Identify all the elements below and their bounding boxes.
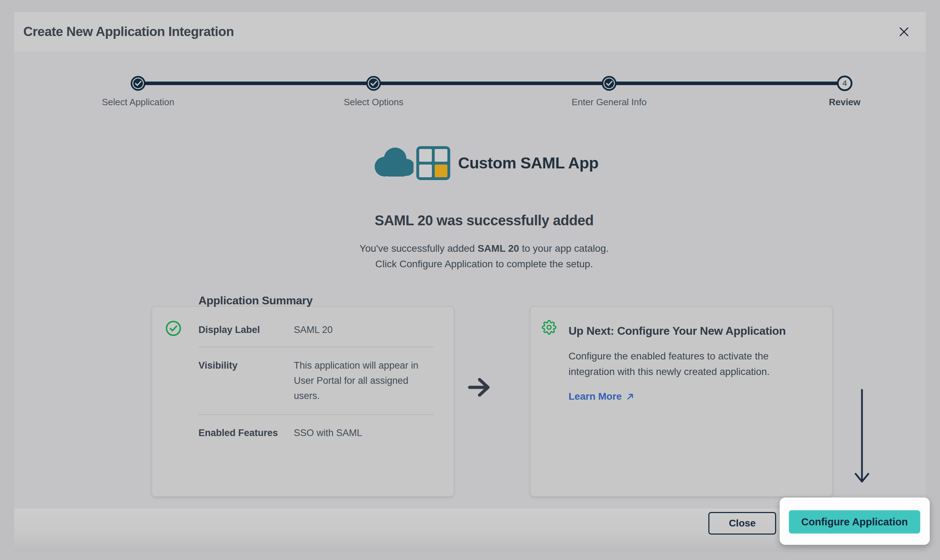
summary-row-display-label: Display Label SAML 20 — [198, 322, 434, 347]
close-button[interactable]: Close — [708, 512, 776, 535]
app-logo-text: Custom SAML App — [458, 154, 598, 172]
learn-more-label: Learn More — [569, 391, 622, 402]
success-heading: SAML 20 was successfully added — [14, 212, 940, 228]
tour-spotlight: Configure Application — [780, 497, 930, 545]
step-4-number: 4 — [843, 79, 847, 88]
step-label-enter-general-info: Enter General Info — [538, 97, 680, 108]
row-value: SAML 20 — [294, 322, 434, 338]
success-check-icon — [165, 320, 182, 337]
next-card-title: Up Next: Configure Your New Application — [569, 323, 788, 338]
row-label: Enabled Features — [198, 426, 294, 441]
success-subtext: You've successfully added SAML 20 to you… — [14, 241, 940, 272]
summary-row-visibility: Visibility This application will appear … — [198, 347, 434, 414]
success-line2: Click Configure Application to complete … — [375, 258, 593, 269]
up-next-card: Up Next: Configure Your New Application … — [530, 306, 833, 497]
app-logo: Custom SAML App — [14, 146, 940, 181]
summary-card-title: Application Summary — [198, 293, 434, 308]
grid-accent-cell — [435, 165, 448, 177]
success-line1-prefix: You've successfully added — [360, 243, 477, 254]
step-label-select-options: Select Options — [303, 97, 444, 108]
learn-more-link[interactable]: Learn More — [569, 391, 635, 402]
modal-header: Create New Application Integration — [14, 12, 926, 52]
step-1-check-circle-icon — [130, 75, 146, 91]
arrow-right-icon — [468, 376, 491, 400]
application-summary-card: Application Summary Display Label SAML 2… — [151, 306, 454, 497]
grid-icon — [416, 146, 450, 180]
row-label: Display Label — [198, 322, 294, 338]
step-label-review: Review — [774, 97, 915, 108]
arrow-down-icon — [854, 389, 870, 490]
gear-icon — [542, 320, 557, 335]
close-icon[interactable] — [896, 24, 912, 40]
step-4-number-circle: 4 — [837, 75, 852, 91]
next-card-body: Configure the enabled features to activa… — [569, 349, 807, 380]
row-value: SSO with SAML — [294, 426, 434, 441]
external-link-icon — [626, 392, 635, 401]
summary-row-enabled-features: Enabled Features SSO with SAML — [198, 414, 434, 441]
x-icon — [898, 26, 910, 38]
step-2-check-circle-icon — [366, 75, 382, 91]
success-line1-suffix: to your app catalog. — [519, 243, 609, 254]
row-value: This application will appear in User Por… — [294, 358, 434, 403]
step-label-select-application: Select Application — [68, 97, 209, 108]
configure-application-button[interactable]: Configure Application — [789, 510, 920, 534]
row-label: Visibility — [198, 358, 294, 403]
cloud-icon — [370, 146, 423, 181]
success-line1-appname: SAML 20 — [477, 243, 519, 254]
create-application-modal: Create New Application Integration 4 — [14, 12, 926, 544]
step-3-check-circle-icon — [602, 75, 617, 91]
modal-title: Create New Application Integration — [23, 25, 234, 39]
stepper-progress-line — [138, 82, 845, 85]
